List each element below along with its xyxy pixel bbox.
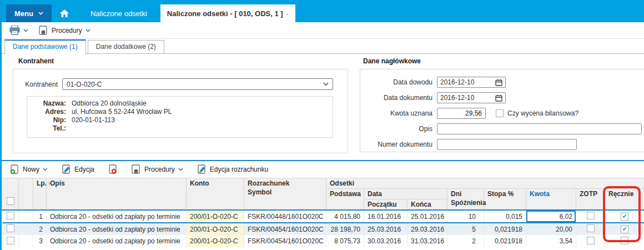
tel-label: Tel.: bbox=[32, 124, 66, 133]
col-header-rozrachunek[interactable]: RozrachunekSymbol bbox=[244, 178, 326, 211]
col-header-recznie[interactable]: Ręcznie bbox=[605, 189, 644, 211]
table-row[interactable]: 2 Odbiorca 20 - odsetki od zapłaty po te… bbox=[2, 223, 644, 235]
odsetki-grid: Lp.↑ Opis Konto RozrachunekSymbol Odsetk… bbox=[2, 178, 644, 247]
edycja-label: Edycja bbox=[74, 166, 94, 173]
row-indicator bbox=[19, 223, 33, 235]
tab-dane-podstawowe-label: Dane podstawowe (1) bbox=[13, 43, 78, 51]
row-select-checkbox[interactable] bbox=[7, 224, 14, 232]
czy-wycena-checkbox[interactable] bbox=[496, 109, 504, 117]
new-document-icon bbox=[9, 164, 19, 174]
col-header-podstawa[interactable]: Podstawa bbox=[326, 189, 364, 211]
row-indicator bbox=[19, 210, 33, 223]
col-header-opis[interactable]: Opis bbox=[47, 178, 187, 211]
tab-dane-dodatkowe-label: Dane dodatkowe (2) bbox=[96, 43, 156, 51]
data-dowodu-label: Data dowodu bbox=[360, 78, 432, 86]
col-group-odsetki[interactable]: Odsetki bbox=[326, 178, 644, 189]
numer-dokumentu-input[interactable] bbox=[437, 139, 577, 150]
document-gear-icon bbox=[38, 26, 48, 36]
zotp-checkbox[interactable] bbox=[587, 237, 595, 244]
print-chevron-down-icon bbox=[23, 29, 28, 32]
cell-kwota[interactable]: 3,54 bbox=[526, 235, 576, 247]
kwota-uznana-input[interactable] bbox=[437, 108, 486, 119]
cell-stopa: 0,021918 bbox=[484, 223, 526, 235]
nazwa-value: Odbiorca 20 dolnośląskie bbox=[72, 99, 147, 108]
page-tabstrip: Dane podstawowe (1) Dane dodatkowe (2) bbox=[2, 39, 644, 54]
cell-kwota[interactable]: 6,02 bbox=[526, 210, 576, 223]
edycja-rozrachunku-button[interactable]: Edycja rozrachunku bbox=[193, 163, 271, 176]
adres-value: ul. Hufcowa 5 52-244 Wrocław PL bbox=[72, 108, 172, 116]
app-window: Menu Naliczone odsetki Naliczone odsetki… bbox=[0, 0, 644, 250]
cell-stopa: 0,021918 bbox=[484, 235, 526, 247]
cell-rozrachunek: FSKR/00448/1601O020C bbox=[244, 210, 326, 223]
cell-podstawa: 4 015,80 bbox=[326, 210, 364, 223]
col-header-stopa[interactable]: Stopa % bbox=[484, 189, 526, 211]
print-button[interactable] bbox=[6, 24, 32, 37]
delete-document-icon bbox=[108, 164, 118, 174]
procedury-grid-chevron-down-icon bbox=[178, 168, 183, 171]
kontrahent-select[interactable]: 01-O-020-C bbox=[62, 78, 333, 90]
procedury-grid-label: Procedury bbox=[144, 166, 175, 173]
select-all-checkbox[interactable] bbox=[7, 197, 14, 205]
cell-rozrachunek: FSKR/00454/1601O020C bbox=[244, 235, 326, 247]
home-button[interactable] bbox=[52, 4, 77, 22]
recznie-checkbox[interactable] bbox=[621, 237, 628, 244]
select-all-cell bbox=[2, 178, 19, 211]
tab-dane-dodatkowe[interactable]: Dane dodatkowe (2) bbox=[88, 40, 164, 53]
procedury-toolbar-button[interactable]: Procedury bbox=[35, 24, 94, 37]
table-row[interactable]: 1 Odbiorca 20 - odsetki od zapłaty po te… bbox=[2, 210, 644, 223]
col-header-konto[interactable]: Konto bbox=[187, 178, 244, 211]
cell-opis: Odbiorca 20 - odsetki od zapłaty po term… bbox=[47, 223, 187, 235]
kontrahent-info-box: Nazwa:Odbiorca 20 dolnośląskie Adres:ul.… bbox=[27, 96, 333, 138]
col-header-poczatku[interactable]: Początku bbox=[364, 199, 407, 211]
active-tab-label: Naliczone odsetki - [ 010, ODS, 1 ] bbox=[167, 9, 283, 18]
procedury-grid-button[interactable]: Procedury bbox=[128, 163, 187, 176]
cell-stopa: 0,015 bbox=[484, 210, 526, 223]
col-header-lp[interactable]: Lp.↑ bbox=[33, 178, 47, 211]
procedury-toolbar-label: Procedury bbox=[52, 27, 82, 34]
cell-rozrachunek: FSKR/00454/1601O020C bbox=[244, 223, 326, 235]
calendar-icon[interactable] bbox=[495, 94, 502, 102]
cell-kwota[interactable]: 20,00 bbox=[526, 223, 576, 235]
cell-konto: 200/01-O-020-C bbox=[187, 235, 244, 247]
row-select-checkbox[interactable] bbox=[7, 237, 14, 244]
recznie-checkbox[interactable]: ✔ bbox=[621, 213, 628, 221]
chevron-down-icon bbox=[38, 12, 43, 15]
cell-opis: Odbiorca 20 - odsetki od zapłaty po term… bbox=[47, 210, 187, 223]
zotp-checkbox[interactable] bbox=[587, 212, 595, 219]
nazwa-label: Nazwa: bbox=[32, 99, 66, 108]
cell-lp: 1 bbox=[33, 210, 47, 223]
procedury-chevron-down-icon bbox=[85, 29, 90, 32]
cell-opis: Odbiorca 20 - odsetki od zapłaty po term… bbox=[47, 235, 187, 247]
col-header-zotp[interactable]: ZOTP bbox=[576, 189, 605, 211]
edycja-button[interactable]: Edycja bbox=[58, 163, 98, 176]
nip-value: 020-01-01-113 bbox=[72, 116, 115, 124]
numer-dokumentu-label: Numer dokumentu bbox=[360, 141, 432, 148]
row-select-checkbox[interactable] bbox=[7, 212, 14, 219]
nowy-button[interactable]: Nowy bbox=[6, 163, 51, 176]
cell-lp: 2 bbox=[33, 223, 47, 235]
calendar-icon[interactable] bbox=[495, 79, 502, 86]
home-icon bbox=[60, 9, 69, 17]
tab-dane-podstawowe[interactable]: Dane podstawowe (1) bbox=[4, 39, 86, 54]
table-row[interactable]: 3 Odbiorca 20 - odsetki od zapłaty po te… bbox=[2, 235, 644, 247]
col-header-konca[interactable]: Końca bbox=[407, 199, 447, 211]
data-dowodu-input[interactable]: 2016-12-10 bbox=[437, 77, 506, 88]
col-group-data[interactable]: Data bbox=[364, 189, 447, 199]
cell-poczatku: 16.01.2016 bbox=[364, 210, 407, 223]
tab-naliczone-odsetki-document[interactable]: Naliczone odsetki - [ 010, ODS, 1 ] - bbox=[160, 4, 295, 22]
data-dokumentu-input[interactable]: 2016-12-10 bbox=[437, 92, 506, 103]
cell-konca: 31.03.2016 bbox=[407, 235, 447, 247]
usun-button[interactable] bbox=[104, 163, 121, 176]
nowy-chevron-down-icon bbox=[43, 168, 48, 171]
recznie-checkbox[interactable]: ✔ bbox=[621, 226, 628, 233]
cell-podstawa: 28 198,70 bbox=[326, 223, 364, 235]
cell-dni: 2 bbox=[447, 235, 484, 247]
cell-konca: 29.03.2016 bbox=[407, 223, 447, 235]
col-header-dni-spoznienia[interactable]: DniSpóźnienia bbox=[447, 189, 484, 211]
top-bar: Menu Naliczone odsetki Naliczone odsetki… bbox=[2, 0, 644, 22]
opis-input[interactable] bbox=[437, 123, 642, 134]
tab-naliczone-odsetki[interactable]: Naliczone odsetki bbox=[77, 4, 160, 22]
menu-button[interactable]: Menu bbox=[6, 4, 52, 22]
zotp-checkbox[interactable] bbox=[587, 224, 595, 232]
col-header-kwota[interactable]: Kwota bbox=[526, 189, 576, 211]
